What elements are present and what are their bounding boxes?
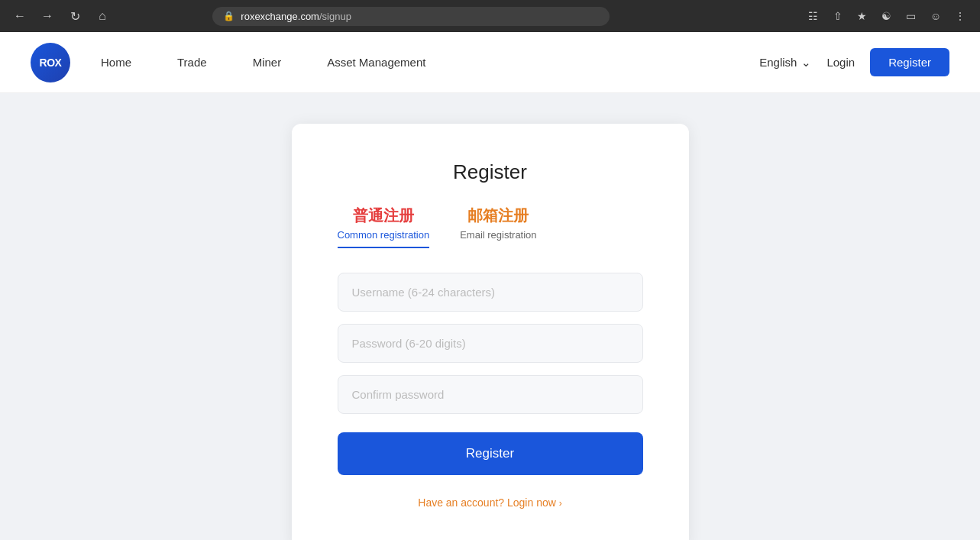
username-field-group bbox=[338, 273, 643, 312]
window-icon[interactable]: ▭ bbox=[901, 5, 922, 27]
card-title: Register bbox=[338, 160, 643, 184]
home-button[interactable]: ⌂ bbox=[92, 5, 113, 27]
nav-asset-management[interactable]: Asset Management bbox=[327, 56, 425, 69]
password-input[interactable] bbox=[338, 324, 643, 363]
email-reg-english: Email registration bbox=[460, 229, 536, 241]
nav-home[interactable]: Home bbox=[101, 56, 131, 69]
back-button[interactable]: ← bbox=[9, 5, 31, 27]
share-icon[interactable]: ⇧ bbox=[827, 5, 849, 27]
browser-action-buttons: ☷ ⇧ ★ ☯ ▭ ☺ ⋮ bbox=[803, 5, 971, 27]
main-content: Register 普通注册 Common registration 邮箱注册 E… bbox=[0, 93, 980, 540]
username-input[interactable] bbox=[338, 273, 643, 312]
password-field-group bbox=[338, 324, 643, 363]
menu-icon[interactable]: ⋮ bbox=[949, 5, 971, 27]
confirm-password-field-group bbox=[338, 375, 643, 414]
address-bar[interactable]: 🔒 roxexchange.com/signup bbox=[212, 7, 610, 26]
header-right: English ⌄ Login Register bbox=[759, 48, 949, 76]
nav-trade[interactable]: Trade bbox=[177, 56, 207, 69]
forward-button[interactable]: → bbox=[37, 5, 58, 27]
bookmark-icon[interactable]: ★ bbox=[852, 5, 873, 27]
login-prompt: Have an account? Login now › bbox=[338, 496, 643, 509]
browser-chrome: ← → ↻ ⌂ 🔒 roxexchange.com/signup ☷ ⇧ ★ ☯… bbox=[0, 0, 980, 32]
confirm-password-input[interactable] bbox=[338, 375, 643, 414]
url-text: roxexchange.com/signup bbox=[241, 11, 351, 22]
email-reg-chinese: 邮箱注册 bbox=[467, 205, 529, 226]
site-nav: Home Trade Miner Asset Management bbox=[101, 56, 759, 69]
extensions-icon[interactable]: ☯ bbox=[876, 5, 898, 27]
login-button[interactable]: Login bbox=[826, 56, 855, 69]
common-reg-chinese: 普通注册 bbox=[353, 205, 414, 226]
chevron-down-icon: ⌄ bbox=[801, 56, 811, 70]
register-card: Register 普通注册 Common registration 邮箱注册 E… bbox=[292, 124, 689, 540]
lock-icon: 🔒 bbox=[223, 11, 234, 21]
tab-common-registration[interactable]: 普通注册 Common registration bbox=[338, 205, 430, 248]
language-label: English bbox=[759, 56, 797, 69]
site-logo[interactable]: ROX bbox=[31, 43, 70, 82]
refresh-button[interactable]: ↻ bbox=[64, 5, 86, 27]
login-now-link[interactable]: Login now › bbox=[507, 496, 562, 509]
registration-tabs: 普通注册 Common registration 邮箱注册 Email regi… bbox=[338, 205, 643, 248]
have-account-text: Have an account? bbox=[418, 496, 504, 509]
translate-icon[interactable]: ☷ bbox=[803, 5, 824, 27]
register-submit-button[interactable]: Register bbox=[338, 432, 643, 475]
chevron-right-icon: › bbox=[559, 498, 562, 509]
site-header: ROX Home Trade Miner Asset Management En… bbox=[0, 32, 980, 93]
language-selector[interactable]: English ⌄ bbox=[759, 56, 811, 70]
nav-miner[interactable]: Miner bbox=[253, 56, 282, 69]
tab-email-registration[interactable]: 邮箱注册 Email registration bbox=[460, 205, 536, 248]
common-reg-english: Common registration bbox=[338, 229, 430, 241]
profile-icon[interactable]: ☺ bbox=[925, 5, 946, 27]
register-header-button[interactable]: Register bbox=[870, 48, 949, 76]
